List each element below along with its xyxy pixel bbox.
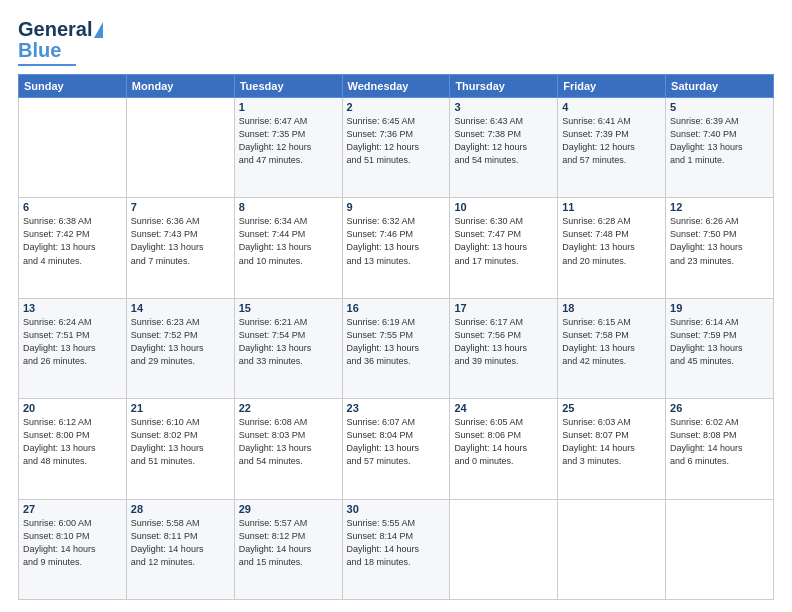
day-cell: 19Sunrise: 6:14 AM Sunset: 7:59 PM Dayli… — [666, 298, 774, 398]
day-cell — [450, 499, 558, 599]
day-cell: 3Sunrise: 6:43 AM Sunset: 7:38 PM Daylig… — [450, 98, 558, 198]
day-cell: 1Sunrise: 6:47 AM Sunset: 7:35 PM Daylig… — [234, 98, 342, 198]
day-number: 26 — [670, 402, 769, 414]
day-cell — [126, 98, 234, 198]
day-number: 22 — [239, 402, 338, 414]
day-number: 4 — [562, 101, 661, 113]
day-info: Sunrise: 5:57 AM Sunset: 8:12 PM Dayligh… — [239, 517, 338, 569]
day-number: 24 — [454, 402, 553, 414]
day-cell: 27Sunrise: 6:00 AM Sunset: 8:10 PM Dayli… — [19, 499, 127, 599]
weekday-header-monday: Monday — [126, 75, 234, 98]
day-cell: 4Sunrise: 6:41 AM Sunset: 7:39 PM Daylig… — [558, 98, 666, 198]
weekday-header-sunday: Sunday — [19, 75, 127, 98]
day-cell: 21Sunrise: 6:10 AM Sunset: 8:02 PM Dayli… — [126, 399, 234, 499]
weekday-header-row: SundayMondayTuesdayWednesdayThursdayFrid… — [19, 75, 774, 98]
day-cell — [558, 499, 666, 599]
day-cell: 22Sunrise: 6:08 AM Sunset: 8:03 PM Dayli… — [234, 399, 342, 499]
week-row-1: 1Sunrise: 6:47 AM Sunset: 7:35 PM Daylig… — [19, 98, 774, 198]
day-info: Sunrise: 6:19 AM Sunset: 7:55 PM Dayligh… — [347, 316, 446, 368]
day-number: 2 — [347, 101, 446, 113]
day-info: Sunrise: 6:07 AM Sunset: 8:04 PM Dayligh… — [347, 416, 446, 468]
day-number: 16 — [347, 302, 446, 314]
day-info: Sunrise: 6:05 AM Sunset: 8:06 PM Dayligh… — [454, 416, 553, 468]
weekday-header-tuesday: Tuesday — [234, 75, 342, 98]
day-cell: 2Sunrise: 6:45 AM Sunset: 7:36 PM Daylig… — [342, 98, 450, 198]
logo-underline — [18, 64, 76, 66]
day-cell — [19, 98, 127, 198]
day-number: 30 — [347, 503, 446, 515]
day-info: Sunrise: 6:43 AM Sunset: 7:38 PM Dayligh… — [454, 115, 553, 167]
day-number: 19 — [670, 302, 769, 314]
page: General Blue SundayMondayTuesdayWednesda… — [0, 0, 792, 612]
day-cell: 17Sunrise: 6:17 AM Sunset: 7:56 PM Dayli… — [450, 298, 558, 398]
day-cell: 20Sunrise: 6:12 AM Sunset: 8:00 PM Dayli… — [19, 399, 127, 499]
day-number: 13 — [23, 302, 122, 314]
calendar-table: SundayMondayTuesdayWednesdayThursdayFrid… — [18, 74, 774, 600]
day-info: Sunrise: 6:47 AM Sunset: 7:35 PM Dayligh… — [239, 115, 338, 167]
day-info: Sunrise: 6:12 AM Sunset: 8:00 PM Dayligh… — [23, 416, 122, 468]
day-number: 23 — [347, 402, 446, 414]
day-number: 3 — [454, 101, 553, 113]
day-number: 17 — [454, 302, 553, 314]
day-cell — [666, 499, 774, 599]
day-info: Sunrise: 6:30 AM Sunset: 7:47 PM Dayligh… — [454, 215, 553, 267]
week-row-2: 6Sunrise: 6:38 AM Sunset: 7:42 PM Daylig… — [19, 198, 774, 298]
day-info: Sunrise: 6:02 AM Sunset: 8:08 PM Dayligh… — [670, 416, 769, 468]
day-cell: 18Sunrise: 6:15 AM Sunset: 7:58 PM Dayli… — [558, 298, 666, 398]
day-number: 8 — [239, 201, 338, 213]
day-info: Sunrise: 6:32 AM Sunset: 7:46 PM Dayligh… — [347, 215, 446, 267]
day-cell: 13Sunrise: 6:24 AM Sunset: 7:51 PM Dayli… — [19, 298, 127, 398]
day-number: 14 — [131, 302, 230, 314]
day-info: Sunrise: 6:00 AM Sunset: 8:10 PM Dayligh… — [23, 517, 122, 569]
header: General Blue — [18, 18, 774, 66]
day-number: 27 — [23, 503, 122, 515]
day-number: 7 — [131, 201, 230, 213]
logo-triangle-icon — [94, 22, 103, 38]
day-cell: 29Sunrise: 5:57 AM Sunset: 8:12 PM Dayli… — [234, 499, 342, 599]
day-info: Sunrise: 6:03 AM Sunset: 8:07 PM Dayligh… — [562, 416, 661, 468]
day-info: Sunrise: 6:24 AM Sunset: 7:51 PM Dayligh… — [23, 316, 122, 368]
day-cell: 12Sunrise: 6:26 AM Sunset: 7:50 PM Dayli… — [666, 198, 774, 298]
logo: General Blue — [18, 18, 103, 66]
day-number: 15 — [239, 302, 338, 314]
day-cell: 10Sunrise: 6:30 AM Sunset: 7:47 PM Dayli… — [450, 198, 558, 298]
day-number: 25 — [562, 402, 661, 414]
day-info: Sunrise: 6:23 AM Sunset: 7:52 PM Dayligh… — [131, 316, 230, 368]
day-number: 28 — [131, 503, 230, 515]
day-info: Sunrise: 6:17 AM Sunset: 7:56 PM Dayligh… — [454, 316, 553, 368]
logo-blue: Blue — [18, 39, 61, 62]
day-number: 5 — [670, 101, 769, 113]
day-number: 29 — [239, 503, 338, 515]
day-info: Sunrise: 6:38 AM Sunset: 7:42 PM Dayligh… — [23, 215, 122, 267]
day-cell: 9Sunrise: 6:32 AM Sunset: 7:46 PM Daylig… — [342, 198, 450, 298]
week-row-4: 20Sunrise: 6:12 AM Sunset: 8:00 PM Dayli… — [19, 399, 774, 499]
day-cell: 23Sunrise: 6:07 AM Sunset: 8:04 PM Dayli… — [342, 399, 450, 499]
day-cell: 30Sunrise: 5:55 AM Sunset: 8:14 PM Dayli… — [342, 499, 450, 599]
day-info: Sunrise: 6:21 AM Sunset: 7:54 PM Dayligh… — [239, 316, 338, 368]
day-info: Sunrise: 6:36 AM Sunset: 7:43 PM Dayligh… — [131, 215, 230, 267]
day-cell: 15Sunrise: 6:21 AM Sunset: 7:54 PM Dayli… — [234, 298, 342, 398]
day-info: Sunrise: 6:10 AM Sunset: 8:02 PM Dayligh… — [131, 416, 230, 468]
day-info: Sunrise: 6:39 AM Sunset: 7:40 PM Dayligh… — [670, 115, 769, 167]
day-cell: 28Sunrise: 5:58 AM Sunset: 8:11 PM Dayli… — [126, 499, 234, 599]
day-number: 11 — [562, 201, 661, 213]
day-cell: 14Sunrise: 6:23 AM Sunset: 7:52 PM Dayli… — [126, 298, 234, 398]
day-number: 6 — [23, 201, 122, 213]
day-info: Sunrise: 6:14 AM Sunset: 7:59 PM Dayligh… — [670, 316, 769, 368]
day-number: 18 — [562, 302, 661, 314]
day-cell: 8Sunrise: 6:34 AM Sunset: 7:44 PM Daylig… — [234, 198, 342, 298]
week-row-5: 27Sunrise: 6:00 AM Sunset: 8:10 PM Dayli… — [19, 499, 774, 599]
day-info: Sunrise: 6:41 AM Sunset: 7:39 PM Dayligh… — [562, 115, 661, 167]
weekday-header-thursday: Thursday — [450, 75, 558, 98]
day-number: 1 — [239, 101, 338, 113]
day-info: Sunrise: 5:55 AM Sunset: 8:14 PM Dayligh… — [347, 517, 446, 569]
day-info: Sunrise: 6:15 AM Sunset: 7:58 PM Dayligh… — [562, 316, 661, 368]
day-cell: 11Sunrise: 6:28 AM Sunset: 7:48 PM Dayli… — [558, 198, 666, 298]
week-row-3: 13Sunrise: 6:24 AM Sunset: 7:51 PM Dayli… — [19, 298, 774, 398]
day-number: 10 — [454, 201, 553, 213]
day-cell: 7Sunrise: 6:36 AM Sunset: 7:43 PM Daylig… — [126, 198, 234, 298]
day-number: 12 — [670, 201, 769, 213]
logo-general: General — [18, 18, 92, 41]
day-cell: 6Sunrise: 6:38 AM Sunset: 7:42 PM Daylig… — [19, 198, 127, 298]
day-cell: 16Sunrise: 6:19 AM Sunset: 7:55 PM Dayli… — [342, 298, 450, 398]
